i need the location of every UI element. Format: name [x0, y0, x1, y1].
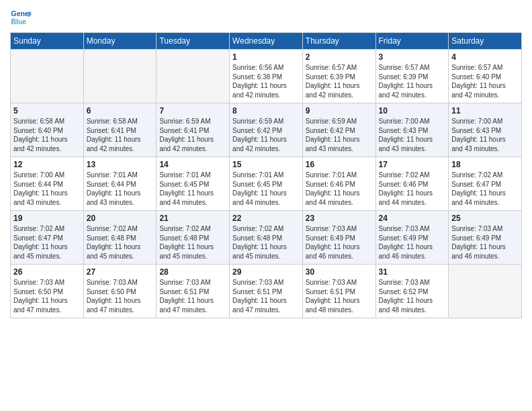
day-info: Sunrise: 6:59 AMSunset: 6:41 PMDaylight:…	[159, 118, 214, 152]
day-info: Sunrise: 7:01 AMSunset: 6:45 PMDaylight:…	[159, 171, 214, 206]
day-info: Sunrise: 6:59 AMSunset: 6:42 PMDaylight:…	[306, 118, 360, 152]
day-number: 30	[306, 267, 373, 277]
day-number: 11	[451, 106, 519, 116]
day-info: Sunrise: 7:02 AMSunset: 6:48 PMDaylight:…	[232, 225, 287, 260]
day-info: Sunrise: 7:01 AMSunset: 6:44 PMDaylight:…	[87, 171, 141, 206]
day-cell: 17Sunrise: 7:02 AMSunset: 6:46 PMDayligh…	[375, 157, 449, 211]
day-info: Sunrise: 6:57 AMSunset: 6:40 PMDaylight:…	[451, 64, 506, 99]
day-info: Sunrise: 7:00 AMSunset: 6:43 PMDaylight:…	[451, 118, 506, 152]
day-info: Sunrise: 7:03 AMSunset: 6:50 PMDaylight:…	[13, 279, 68, 314]
calendar-table: SundayMondayTuesdayWednesdayThursdayFrid…	[10, 32, 522, 318]
day-info: Sunrise: 6:57 AMSunset: 6:39 PMDaylight:…	[306, 64, 360, 99]
day-number: 26	[13, 267, 81, 277]
day-info: Sunrise: 7:02 AMSunset: 6:48 PMDaylight:…	[159, 225, 214, 260]
day-number: 12	[13, 160, 81, 169]
day-number: 16	[306, 160, 373, 169]
day-of-week-header: Monday	[83, 33, 157, 50]
day-number: 27	[87, 267, 154, 277]
day-number: 5	[13, 106, 81, 116]
day-info: Sunrise: 7:03 AMSunset: 6:50 PMDaylight:…	[87, 279, 141, 314]
day-cell: 4Sunrise: 6:57 AMSunset: 6:40 PMDaylight…	[449, 50, 522, 103]
day-number: 20	[87, 214, 154, 223]
page: General Blue SundayMondayTuesdayWednesda…	[0, 0, 532, 411]
day-number: 8	[232, 106, 300, 116]
day-info: Sunrise: 7:03 AMSunset: 6:51 PMDaylight:…	[232, 279, 287, 314]
empty-cell	[83, 50, 157, 103]
day-info: Sunrise: 7:02 AMSunset: 6:47 PMDaylight:…	[451, 171, 506, 206]
day-cell: 6Sunrise: 6:58 AMSunset: 6:41 PMDaylight…	[83, 103, 157, 157]
svg-text:Blue: Blue	[11, 18, 27, 26]
day-number: 28	[159, 267, 226, 277]
day-number: 6	[87, 106, 154, 116]
day-number: 22	[232, 214, 300, 223]
day-number: 4	[451, 52, 519, 62]
day-info: Sunrise: 7:00 AMSunset: 6:44 PMDaylight:…	[13, 171, 68, 206]
day-number: 2	[306, 52, 373, 62]
header: General Blue	[10, 7, 522, 28]
day-cell: 3Sunrise: 6:57 AMSunset: 6:39 PMDaylight…	[375, 50, 449, 103]
day-info: Sunrise: 7:02 AMSunset: 6:47 PMDaylight:…	[13, 225, 68, 260]
day-cell: 18Sunrise: 7:02 AMSunset: 6:47 PMDayligh…	[449, 157, 522, 211]
day-info: Sunrise: 7:03 AMSunset: 6:49 PMDaylight:…	[306, 225, 360, 260]
day-number: 17	[379, 160, 446, 169]
day-number: 13	[87, 160, 154, 169]
day-number: 29	[232, 267, 300, 277]
day-cell: 27Sunrise: 7:03 AMSunset: 6:50 PMDayligh…	[83, 265, 157, 318]
day-cell: 29Sunrise: 7:03 AMSunset: 6:51 PMDayligh…	[230, 265, 303, 318]
day-number: 7	[159, 106, 226, 116]
day-cell: 30Sunrise: 7:03 AMSunset: 6:51 PMDayligh…	[302, 265, 375, 318]
day-cell: 5Sunrise: 6:58 AMSunset: 6:40 PMDaylight…	[11, 103, 84, 157]
day-number: 18	[451, 160, 519, 169]
day-info: Sunrise: 6:58 AMSunset: 6:40 PMDaylight:…	[13, 118, 68, 152]
day-cell: 19Sunrise: 7:02 AMSunset: 6:47 PMDayligh…	[11, 211, 84, 265]
day-number: 3	[379, 52, 446, 62]
day-number: 9	[306, 106, 373, 116]
day-cell: 9Sunrise: 6:59 AMSunset: 6:42 PMDaylight…	[302, 103, 375, 157]
day-cell: 22Sunrise: 7:02 AMSunset: 6:48 PMDayligh…	[230, 211, 303, 265]
day-cell: 20Sunrise: 7:02 AMSunset: 6:48 PMDayligh…	[83, 211, 157, 265]
day-info: Sunrise: 7:03 AMSunset: 6:49 PMDaylight:…	[379, 225, 433, 260]
day-of-week-header: Thursday	[302, 33, 375, 50]
day-number: 14	[159, 160, 226, 169]
day-number: 19	[13, 214, 81, 223]
day-info: Sunrise: 6:59 AMSunset: 6:42 PMDaylight:…	[232, 118, 287, 152]
day-cell: 31Sunrise: 7:03 AMSunset: 6:52 PMDayligh…	[375, 265, 449, 318]
day-cell: 26Sunrise: 7:03 AMSunset: 6:50 PMDayligh…	[11, 265, 84, 318]
day-cell: 1Sunrise: 6:56 AMSunset: 6:38 PMDaylight…	[230, 50, 303, 103]
logo: General Blue	[10, 7, 32, 28]
day-number: 15	[232, 160, 300, 169]
day-cell: 13Sunrise: 7:01 AMSunset: 6:44 PMDayligh…	[83, 157, 157, 211]
day-cell: 10Sunrise: 7:00 AMSunset: 6:43 PMDayligh…	[375, 103, 449, 157]
day-number: 31	[379, 267, 446, 277]
day-info: Sunrise: 7:02 AMSunset: 6:48 PMDaylight:…	[87, 225, 141, 260]
day-cell: 21Sunrise: 7:02 AMSunset: 6:48 PMDayligh…	[157, 211, 230, 265]
day-cell: 7Sunrise: 6:59 AMSunset: 6:41 PMDaylight…	[157, 103, 230, 157]
day-number: 24	[379, 214, 446, 223]
day-of-week-header: Friday	[375, 33, 449, 50]
day-cell: 25Sunrise: 7:03 AMSunset: 6:49 PMDayligh…	[449, 211, 522, 265]
day-info: Sunrise: 7:02 AMSunset: 6:46 PMDaylight:…	[379, 171, 433, 206]
day-number: 1	[232, 52, 300, 62]
day-cell: 12Sunrise: 7:00 AMSunset: 6:44 PMDayligh…	[11, 157, 84, 211]
day-info: Sunrise: 7:01 AMSunset: 6:45 PMDaylight:…	[232, 171, 287, 206]
day-info: Sunrise: 7:03 AMSunset: 6:51 PMDaylight:…	[159, 279, 214, 314]
empty-cell	[11, 50, 84, 103]
day-number: 10	[379, 106, 446, 116]
day-info: Sunrise: 7:00 AMSunset: 6:43 PMDaylight:…	[379, 118, 433, 152]
day-cell: 15Sunrise: 7:01 AMSunset: 6:45 PMDayligh…	[230, 157, 303, 211]
day-info: Sunrise: 6:57 AMSunset: 6:39 PMDaylight:…	[379, 64, 433, 99]
day-cell: 2Sunrise: 6:57 AMSunset: 6:39 PMDaylight…	[302, 50, 375, 103]
day-info: Sunrise: 7:03 AMSunset: 6:51 PMDaylight:…	[306, 279, 360, 314]
day-info: Sunrise: 6:58 AMSunset: 6:41 PMDaylight:…	[87, 118, 141, 152]
day-cell: 28Sunrise: 7:03 AMSunset: 6:51 PMDayligh…	[157, 265, 230, 318]
day-info: Sunrise: 7:03 AMSunset: 6:49 PMDaylight:…	[451, 225, 506, 260]
day-number: 23	[306, 214, 373, 223]
day-of-week-header: Saturday	[449, 33, 522, 50]
day-info: Sunrise: 7:01 AMSunset: 6:46 PMDaylight:…	[306, 171, 360, 206]
day-info: Sunrise: 6:56 AMSunset: 6:38 PMDaylight:…	[232, 64, 287, 99]
day-info: Sunrise: 7:03 AMSunset: 6:52 PMDaylight:…	[379, 279, 433, 314]
day-cell: 8Sunrise: 6:59 AMSunset: 6:42 PMDaylight…	[230, 103, 303, 157]
day-cell: 11Sunrise: 7:00 AMSunset: 6:43 PMDayligh…	[449, 103, 522, 157]
day-cell: 16Sunrise: 7:01 AMSunset: 6:46 PMDayligh…	[302, 157, 375, 211]
empty-cell	[157, 50, 230, 103]
